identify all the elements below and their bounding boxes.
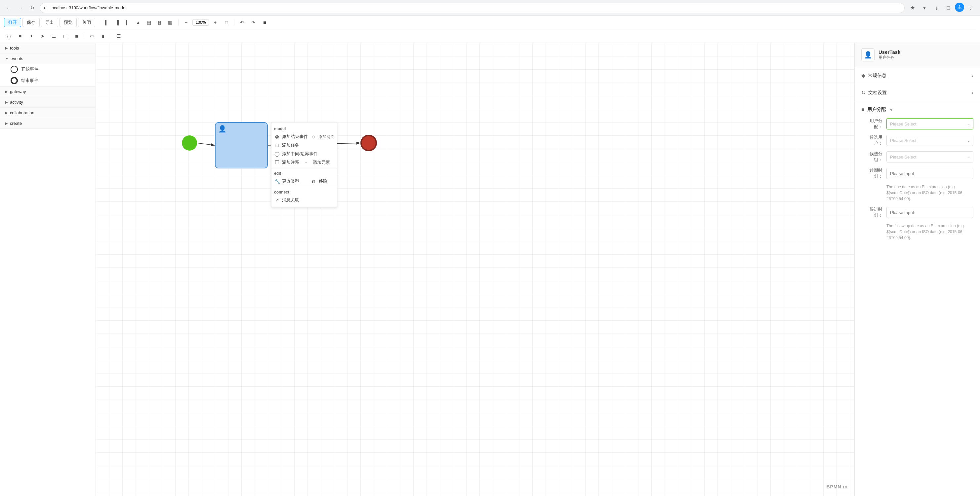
- fit-page-button[interactable]: □: [221, 18, 231, 27]
- split-button[interactable]: □: [943, 3, 953, 13]
- paste-tool[interactable]: ▮: [98, 32, 108, 41]
- extension-button[interactable]: ▾: [919, 3, 930, 13]
- forward-button[interactable]: →: [16, 3, 25, 13]
- arrow-tool[interactable]: ➤: [38, 32, 48, 41]
- sidebar-section-collaboration-header[interactable]: ▶ collaboration: [0, 108, 95, 118]
- profile-button[interactable]: 主: [955, 3, 964, 12]
- context-menu-add-end-event[interactable]: ◎ 添加结束事件 ◇ 添加网关: [272, 132, 337, 141]
- align-left-button[interactable]: ▌: [102, 18, 111, 27]
- end-event-node[interactable]: [360, 135, 377, 151]
- sidebar-section-create-header[interactable]: ▶ create: [0, 118, 95, 128]
- open-button[interactable]: 打开: [4, 18, 21, 27]
- sidebar-section-events-header[interactable]: ▼ events: [0, 54, 95, 64]
- user-assign-select[interactable]: Please Select: [886, 118, 974, 130]
- due-date-input[interactable]: [886, 168, 974, 179]
- distribute-v-button[interactable]: ▦: [154, 18, 164, 27]
- sidebar-item-end-event[interactable]: 结束事件: [0, 75, 95, 86]
- lane-tool[interactable]: ⚌: [49, 32, 59, 41]
- text-tool[interactable]: ▢: [60, 32, 70, 41]
- context-menu-change-type[interactable]: 🔧 更改类型 🗑 移除: [272, 177, 337, 185]
- separator: －: [304, 160, 308, 165]
- context-menu-message-link[interactable]: ↗ 消息关联: [272, 196, 337, 204]
- form-row-follow-up: 跟进时刻：: [861, 206, 974, 218]
- preview-button[interactable]: 预览: [59, 18, 77, 27]
- svg-line-1: [197, 143, 215, 145]
- message-link-label: 消息关联: [282, 197, 299, 203]
- right-panel-general-header[interactable]: ◆ 常规信息 ›: [861, 71, 974, 80]
- undo-button[interactable]: ↶: [237, 18, 247, 27]
- start-event-node[interactable]: [182, 135, 197, 151]
- context-menu-divider1: [272, 168, 337, 168]
- bookmark-button[interactable]: ★: [907, 3, 918, 13]
- sidebar-section-tools: ▶ tools: [0, 43, 95, 54]
- candidate-user-select[interactable]: Please Select: [886, 135, 974, 146]
- start-event-icon: [11, 66, 18, 73]
- general-title: 常规信息: [868, 73, 886, 79]
- distribute-h-button[interactable]: ▤: [144, 18, 154, 27]
- toolbar-area: 打开 保存 导出 预览 关闭 ▌ ▐ ▎ ▲ ▤ ▦ ▩ − 100% + □: [0, 16, 980, 43]
- address-bar: ● localhost:3100/workflow/flowable-model: [40, 3, 905, 13]
- sidebar-section-tools-header[interactable]: ▶ tools: [0, 43, 95, 53]
- divider2: [178, 19, 178, 26]
- properties-tool[interactable]: ☰: [114, 32, 124, 41]
- close-button[interactable]: 关闭: [78, 18, 95, 27]
- canvas-area[interactable]: 👤 model ◎ 添加结束事件 ◇ 添加网关 □ 添加任务: [96, 43, 854, 496]
- align-center-button[interactable]: ▐: [112, 18, 122, 27]
- candidate-group-select[interactable]: Please Select: [886, 151, 974, 162]
- context-menu-add-annotation[interactable]: ⛩ 添加注释 － 添加元素: [272, 158, 337, 167]
- redo-button[interactable]: ↷: [248, 18, 258, 27]
- connect-tool[interactable]: ✦: [27, 32, 37, 41]
- connection-lines: [96, 43, 854, 496]
- context-menu-edit-title: edit: [272, 170, 337, 177]
- add-gateway-icon: ◇: [312, 135, 315, 139]
- candidate-group-select-wrapper: Please Select ⌄: [886, 151, 974, 162]
- user-task-node[interactable]: 👤: [215, 122, 268, 168]
- main-area: ▶ tools ▼ events 开始事件 结束事件: [0, 43, 980, 496]
- right-panel-doc-header[interactable]: ↻ 文档设置 ›: [861, 88, 974, 97]
- download-button[interactable]: ↓: [931, 3, 942, 13]
- rectangle-tool[interactable]: ■: [15, 32, 25, 41]
- activity-arrow: ▶: [5, 100, 8, 104]
- align-top-button[interactable]: ▲: [133, 18, 143, 27]
- menu-button[interactable]: ⋮: [966, 3, 976, 13]
- add-gateway-label: 添加网关: [318, 134, 334, 140]
- add-task-icon: □: [274, 143, 280, 148]
- element-tool[interactable]: ▣: [72, 32, 81, 41]
- follow-up-label: 跟进时刻：: [861, 206, 883, 218]
- export-button[interactable]: 导出: [41, 18, 58, 27]
- sidebar-section-activity-header[interactable]: ▶ activity: [0, 97, 95, 107]
- app-container: 打开 保存 导出 预览 关闭 ▌ ▐ ▎ ▲ ▤ ▦ ▩ − 100% + □: [0, 16, 980, 496]
- candidate-user-select-wrapper: Please Select ⌄: [886, 135, 974, 146]
- toolbar-row2: ◌ ■ ✦ ➤ ⚌ ▢ ▣ ▭ ▮ ☰: [4, 29, 976, 43]
- sidebar-section-gateway: ▶ gateway: [0, 87, 95, 97]
- user-assign-select-wrapper: Please Select ⌄: [886, 118, 974, 130]
- back-button[interactable]: ←: [4, 3, 13, 13]
- reload-button[interactable]: ↻: [28, 3, 37, 13]
- context-menu-connect-title: connect: [272, 189, 337, 196]
- follow-up-input[interactable]: [886, 207, 974, 218]
- sidebar-section-activity: ▶ activity: [0, 97, 95, 108]
- zoom-in-button[interactable]: +: [210, 18, 220, 27]
- user-assign-header[interactable]: ■ 用户分配 ∨: [861, 107, 974, 113]
- context-menu-add-boundary-event[interactable]: ◯ 添加中间/边界事件: [272, 150, 337, 158]
- right-panel-header: 👤 UserTask 用户任务: [855, 43, 980, 67]
- tools-label: tools: [10, 46, 19, 51]
- candidate-group-label: 候选分组：: [861, 151, 883, 163]
- events-label: events: [11, 56, 23, 61]
- divider5: [111, 33, 111, 39]
- right-panel-title-area: UserTask 用户任务: [878, 49, 900, 60]
- remove-icon: 🗑: [311, 179, 315, 184]
- auto-layout-button[interactable]: ▩: [165, 18, 175, 27]
- zoom-out-button[interactable]: −: [181, 18, 191, 27]
- save-button[interactable]: 保存: [22, 18, 40, 27]
- sidebar-section-gateway-header[interactable]: ▶ gateway: [0, 87, 95, 97]
- form-row-user-assign: 用户分配： Please Select ⌄: [861, 118, 974, 130]
- right-panel-user-assign: ■ 用户分配 ∨ 用户分配： Please Select ⌄: [855, 101, 980, 250]
- align-right-button[interactable]: ▎: [123, 18, 133, 27]
- context-menu-add-task[interactable]: □ 添加任务: [272, 141, 337, 150]
- doc-title: 文档设置: [868, 90, 887, 96]
- clear-button[interactable]: ◾: [259, 18, 269, 27]
- sidebar-item-start-event[interactable]: 开始事件: [0, 64, 95, 75]
- copy-tool[interactable]: ▭: [87, 32, 97, 41]
- pointer-tool[interactable]: ◌: [4, 32, 14, 41]
